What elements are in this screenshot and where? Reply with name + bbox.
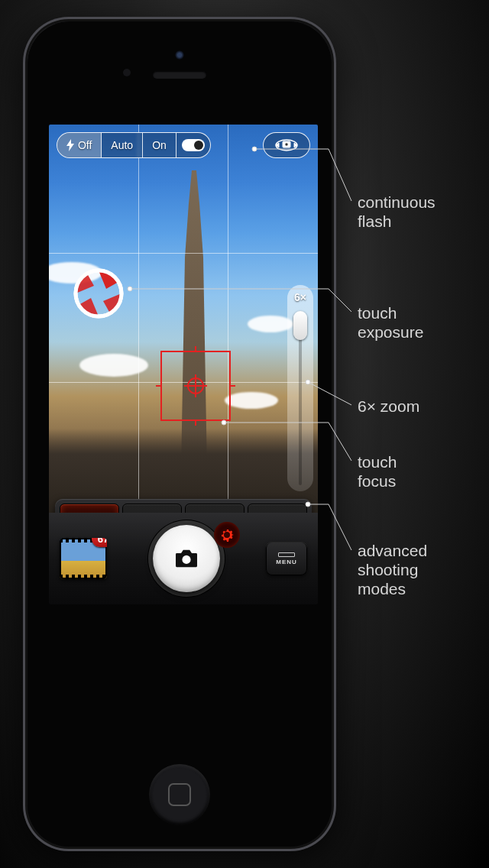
svg-point-16 [306,380,310,384]
svg-point-14 [252,147,257,151]
svg-point-17 [222,420,226,425]
callout-focus: touch focus [358,452,397,491]
callout-flash: continuous flash [358,193,436,231]
svg-point-15 [128,287,132,291]
svg-point-18 [306,502,310,507]
callout-modes: advanced shooting modes [358,541,427,599]
callout-exposure: touch exposure [358,303,423,342]
callout-zoom: 6× zoom [358,397,419,416]
